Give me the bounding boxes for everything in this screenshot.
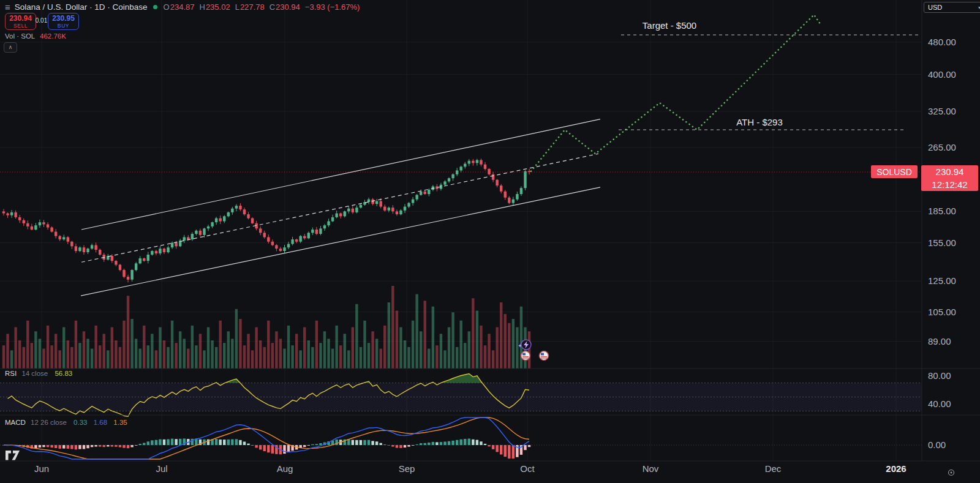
- flag-canton: [541, 353, 544, 356]
- volume-legend-value: 462.76K: [40, 32, 66, 40]
- macd-histogram: [2, 438, 530, 459]
- price-tick: 325.00: [928, 106, 956, 116]
- flag-stripe: [522, 356, 529, 357]
- price-tick: 185.00: [928, 206, 956, 216]
- macd-signal-value: 1.35: [113, 419, 127, 426]
- target-price-label[interactable]: Target - $500: [614, 20, 725, 31]
- flag-stripe: [541, 358, 547, 358]
- month-label: Jun: [34, 463, 49, 474]
- price-change: −3.93 (−1.67%): [305, 2, 360, 12]
- price-tick: 125.00: [928, 275, 956, 286]
- buy-label: BUY: [58, 23, 69, 29]
- tradingview-logo[interactable]: [6, 451, 20, 460]
- bar-countdown: 12:12:42: [921, 178, 978, 191]
- price-tick: 265.00: [928, 142, 956, 152]
- macd-legend[interactable]: MACD 12 26 close 0.33 1.68 1.35: [5, 419, 127, 426]
- macd-params: 12 26 close: [31, 419, 67, 426]
- buy-price: 230.95: [52, 15, 75, 23]
- price-tick: 105.00: [928, 307, 956, 317]
- sell-price: 230.94: [9, 15, 32, 23]
- sell-label: SELL: [13, 23, 28, 29]
- currency-selector[interactable]: USD ▾: [924, 2, 980, 13]
- month-label: 2026: [886, 463, 906, 474]
- month-label: Nov: [643, 463, 659, 474]
- month-label: Oct: [520, 463, 535, 474]
- month-label: Dec: [765, 463, 782, 474]
- month-label: Jul: [156, 463, 167, 474]
- flag-event-icon[interactable]: [540, 351, 549, 361]
- trend-channel[interactable]: [81, 119, 600, 296]
- flag-stripe: [522, 358, 529, 358]
- spread-value: 0.01: [35, 17, 48, 24]
- rsi-value: 56.83: [55, 370, 72, 377]
- price-tick: 89.00: [928, 336, 951, 346]
- flag-stripe: [541, 356, 547, 357]
- time-axis[interactable]: JunJulAugSepOctNovDec2026: [34, 463, 907, 474]
- rsi-tick: 40.00: [928, 399, 951, 409]
- ohlc-values: O234.87H235.02L227.78C230.94: [159, 2, 300, 12]
- sell-button[interactable]: 230.94 SELL: [5, 13, 36, 30]
- ath-price-label[interactable]: ATH - $293: [704, 117, 815, 127]
- month-label: Aug: [277, 463, 293, 474]
- macd-tick: 0.00: [928, 440, 946, 450]
- price-tick: 155.00: [928, 238, 956, 248]
- collapse-toolbar-button[interactable]: ∧: [4, 42, 17, 53]
- buy-button[interactable]: 230.95 BUY: [48, 13, 79, 30]
- rsi-title: RSI: [5, 370, 17, 377]
- symbol-title[interactable]: Solana / U.S. Dollar · 1D · Coinbase: [15, 2, 148, 12]
- current-price-axis-label: 230.94 12:12:42: [921, 165, 978, 191]
- menu-icon[interactable]: ≡: [5, 2, 10, 12]
- macd-hist-value: 0.33: [74, 419, 87, 426]
- market-status-dot: [153, 5, 157, 9]
- rsi-legend[interactable]: RSI 14 close 56.83: [5, 370, 72, 377]
- price-tick: 400.00: [928, 69, 956, 80]
- flag-event-icon[interactable]: [521, 351, 530, 361]
- current-price-value: 230.94: [921, 165, 978, 178]
- candles: [2, 159, 530, 282]
- rsi-params: 14 close: [21, 370, 48, 377]
- chart-canvas[interactable]: 480.00400.00325.00265.00185.00155.00125.…: [0, 0, 980, 483]
- tradingview-chart-app: 480.00400.00325.00265.00185.00155.00125.…: [0, 0, 980, 483]
- timezone-settings-icon[interactable]: [949, 470, 954, 476]
- volume-legend-label: Vol · SOL: [5, 32, 35, 40]
- price-axis[interactable]: 480.00400.00325.00265.00185.00155.00125.…: [928, 37, 956, 450]
- month-label: Sep: [399, 463, 415, 474]
- price-tick: 480.00: [928, 37, 956, 47]
- flag-canton: [522, 353, 526, 356]
- symbol-price-tag: SOLUSD: [871, 165, 918, 178]
- currency-selector-value: USD: [928, 4, 942, 11]
- rsi-tick: 80.00: [928, 370, 951, 381]
- volume-legend[interactable]: Vol · SOL 462.76K: [5, 32, 66, 40]
- macd-line-value: 1.68: [94, 419, 107, 426]
- chart-header: ≡ Solana / U.S. Dollar · 1D · Coinbase O…: [5, 2, 360, 12]
- volume-bars: [2, 286, 530, 369]
- macd-title: MACD: [5, 419, 26, 426]
